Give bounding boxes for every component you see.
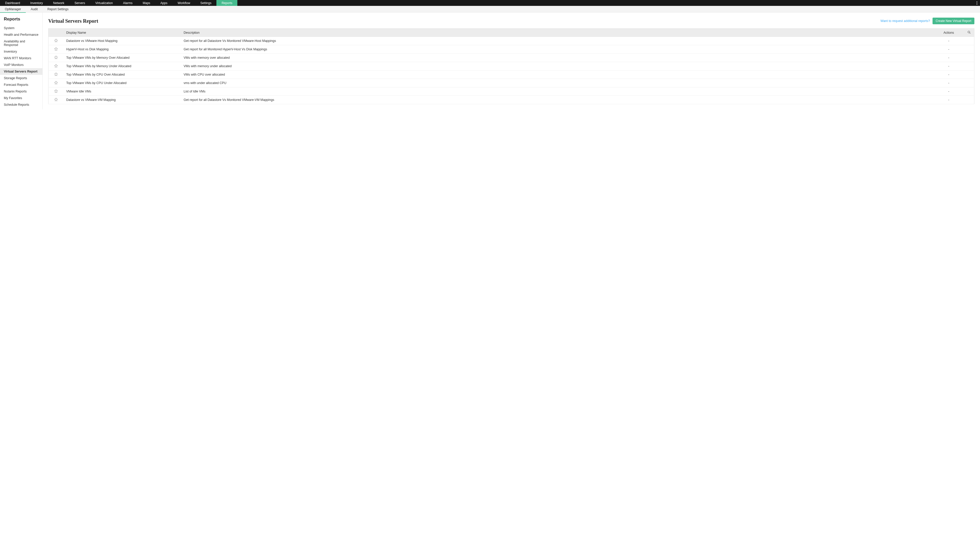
favorite-cell — [48, 54, 64, 62]
table-row: Top VMware VMs by CPU Over AllocatedVMs … — [48, 70, 974, 79]
star-icon[interactable] — [54, 64, 58, 68]
table-row: Datastore vs VMware-Host MappingGet repo… — [48, 37, 974, 45]
table-row: Datastore vs VMware-VM MappingGet report… — [48, 96, 974, 104]
sidebar-item[interactable]: Schedule Reports — [0, 101, 42, 108]
search-header — [964, 29, 974, 37]
star-icon[interactable] — [54, 97, 58, 101]
report-actions: - — [934, 37, 964, 45]
top-nav-item[interactable]: Inventory — [25, 0, 48, 6]
favorite-cell — [48, 87, 64, 96]
favorite-cell — [48, 45, 64, 54]
content-header: Virtual Servers Report Want to request a… — [48, 18, 974, 24]
row-trailing-cell — [964, 45, 974, 54]
table-row: Top VMware VMs by Memory Over AllocatedV… — [48, 54, 974, 62]
table-row: HyperV-Host vs Disk MappingGet report fo… — [48, 45, 974, 54]
sidebar-item[interactable]: Storage Reports — [0, 75, 42, 81]
sidebar-item[interactable]: Inventory — [0, 48, 42, 55]
create-virtual-report-button[interactable]: Create New Virtual Report — [932, 18, 974, 24]
top-nav-item[interactable]: Maps — [138, 0, 155, 6]
sub-nav-item[interactable]: Audit — [26, 6, 42, 13]
row-trailing-cell — [964, 54, 974, 62]
top-nav-item[interactable]: Servers — [69, 0, 90, 6]
report-name[interactable]: Top VMware VMs by Memory Over Allocated — [64, 54, 181, 62]
table-row: Top VMware VMs by CPU Under Allocatedvms… — [48, 79, 974, 87]
report-name[interactable]: Top VMware VMs by CPU Over Allocated — [64, 70, 181, 79]
search-icon[interactable] — [967, 31, 970, 35]
sidebar-item[interactable]: Availability and Response — [0, 38, 42, 48]
top-nav-item[interactable]: Network — [48, 0, 69, 6]
svg-point-2 — [977, 4, 977, 5]
table-header-row: Display Name Description Actions — [48, 29, 974, 37]
report-actions: - — [934, 87, 964, 96]
sidebar-item[interactable]: Virtual Servers Report — [0, 68, 42, 75]
display-name-header[interactable]: Display Name — [64, 29, 181, 37]
report-actions: - — [934, 62, 964, 70]
report-description: Get report for all Datastore Vs Monitore… — [181, 96, 934, 104]
report-description: VMs with memory under allocated — [181, 62, 934, 70]
row-trailing-cell — [964, 79, 974, 87]
report-actions: - — [934, 45, 964, 54]
report-actions: - — [934, 70, 964, 79]
sidebar-title: Reports — [0, 17, 42, 25]
row-trailing-cell — [964, 62, 974, 70]
star-icon[interactable] — [54, 81, 58, 84]
star-icon[interactable] — [54, 56, 58, 59]
row-trailing-cell — [964, 87, 974, 96]
svg-point-3 — [968, 31, 970, 33]
svg-line-4 — [970, 33, 970, 33]
report-description: vms with under allocated CPU — [181, 79, 934, 87]
content: Virtual Servers Report Want to request a… — [43, 13, 980, 109]
report-actions: - — [934, 54, 964, 62]
sub-nav-item[interactable]: Report Settings — [43, 6, 73, 13]
top-nav-item[interactable]: Apps — [156, 0, 172, 6]
svg-point-1 — [977, 3, 977, 3]
report-actions: - — [934, 96, 964, 104]
top-nav-item[interactable]: Virtualization — [90, 0, 118, 6]
star-icon[interactable] — [54, 89, 58, 93]
favorite-cell — [48, 62, 64, 70]
favorite-cell — [48, 79, 64, 87]
star-icon[interactable] — [54, 38, 58, 42]
sidebar-item[interactable]: Nutanix Reports — [0, 88, 42, 95]
sub-nav-item[interactable]: OpManager — [0, 6, 26, 13]
svg-point-0 — [977, 1, 977, 2]
report-name[interactable]: Datastore vs VMware-Host Mapping — [64, 37, 181, 45]
top-nav-item[interactable]: Settings — [195, 0, 216, 6]
report-name[interactable]: HyperV-Host vs Disk Mapping — [64, 45, 181, 54]
top-nav: DashboardInventoryNetworkServersVirtuali… — [0, 0, 980, 6]
description-header[interactable]: Description — [181, 29, 934, 37]
page-title: Virtual Servers Report — [48, 18, 880, 24]
actions-header: Actions — [934, 29, 964, 37]
report-name[interactable]: Top VMware VMs by Memory Under Allocated — [64, 62, 181, 70]
table-row: VMware Idle VMsList of Idle VMs- — [48, 87, 974, 96]
report-name[interactable]: Datastore vs VMware-VM Mapping — [64, 96, 181, 104]
sub-nav: OpManagerAuditReport Settings — [0, 6, 980, 13]
favorite-header — [48, 29, 64, 37]
main-layout: Reports SystemHealth and PerformanceAvai… — [0, 13, 980, 109]
star-icon[interactable] — [54, 72, 58, 76]
row-trailing-cell — [964, 37, 974, 45]
sidebar-item[interactable]: VoIP Monitors — [0, 62, 42, 68]
report-description: VMs with memory over allocated — [181, 54, 934, 62]
sidebar-item[interactable]: System — [0, 25, 42, 32]
star-icon[interactable] — [54, 47, 58, 51]
more-menu-icon[interactable] — [977, 0, 977, 6]
report-name[interactable]: VMware Idle VMs — [64, 87, 181, 96]
sidebar-item[interactable]: My Favorites — [0, 95, 42, 101]
sidebar-item[interactable]: Health and Performance — [0, 32, 42, 38]
top-nav-item[interactable]: Workflow — [172, 0, 195, 6]
row-trailing-cell — [964, 96, 974, 104]
favorite-cell — [48, 70, 64, 79]
sidebar-item[interactable]: Forecast Reports — [0, 81, 42, 88]
sidebar-item[interactable]: WAN RTT Monitors — [0, 55, 42, 62]
request-reports-link[interactable]: Want to request additional reports? — [880, 19, 930, 23]
reports-table: Display Name Description Actions Datasto… — [48, 28, 974, 104]
top-nav-item[interactable]: Alarms — [118, 0, 138, 6]
table-row: Top VMware VMs by Memory Under Allocated… — [48, 62, 974, 70]
top-nav-item[interactable]: Reports — [216, 0, 237, 6]
top-nav-item[interactable]: Dashboard — [0, 0, 25, 6]
favorite-cell — [48, 37, 64, 45]
report-actions: - — [934, 79, 964, 87]
report-description: Get report for all Monitored HyperV-Host… — [181, 45, 934, 54]
report-name[interactable]: Top VMware VMs by CPU Under Allocated — [64, 79, 181, 87]
